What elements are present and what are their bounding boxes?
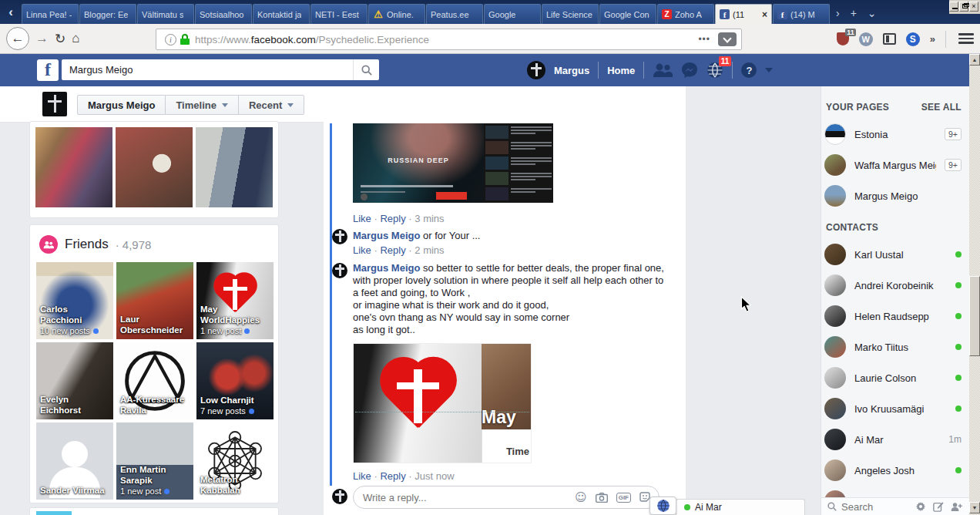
contact-row[interactable]: Angeles Josh bbox=[821, 455, 969, 486]
pocket-icon[interactable] bbox=[718, 32, 737, 46]
scroll-up-icon[interactable]: ▲ bbox=[969, 54, 980, 66]
profile-thumbnail[interactable] bbox=[42, 92, 67, 116]
browser-tab[interactable]: Sotsiaalhoo bbox=[195, 4, 252, 24]
contact-row[interactable]: Ivo Kruusamägi bbox=[821, 393, 969, 424]
browser-tab[interactable]: f(14) M bbox=[773, 4, 830, 24]
browser-tab[interactable]: Peatus.ee bbox=[426, 4, 483, 24]
site-info-icon[interactable]: i bbox=[165, 34, 176, 45]
profile-link[interactable]: Margus bbox=[554, 65, 589, 76]
browser-tab[interactable]: Linna Pea! - bbox=[22, 4, 79, 24]
restore-button[interactable] bbox=[959, 2, 968, 12]
facebook-logo[interactable]: f bbox=[37, 59, 59, 81]
search-input[interactable] bbox=[62, 64, 353, 76]
home-link[interactable]: Home bbox=[607, 65, 635, 76]
browser-tab[interactable]: Google Con bbox=[599, 4, 656, 24]
notifications-icon[interactable]: 11 bbox=[706, 62, 723, 79]
back-button[interactable]: ← bbox=[6, 27, 29, 50]
friend-tile[interactable]: Laur Oberschneider bbox=[116, 262, 193, 339]
friends-title[interactable]: Friends bbox=[65, 237, 109, 252]
tab-scroll-left-button[interactable]: ‹ bbox=[0, 0, 22, 24]
browser-tab[interactable]: ⚠Online. bbox=[368, 4, 425, 24]
comment-attachment-video[interactable]: RUSSIAN DEEP bbox=[353, 123, 553, 203]
contact-row[interactable]: Marko Tiitus bbox=[821, 332, 969, 362]
friend-tile[interactable]: May WorldHappies1 new post bbox=[196, 262, 274, 339]
reply-composer[interactable]: ☺ GIF bbox=[353, 486, 659, 509]
profile-name-button[interactable]: Margus Meigo bbox=[77, 95, 166, 115]
friend-tile[interactable]: Metatron Kabbalah bbox=[196, 422, 274, 500]
messenger-icon[interactable] bbox=[681, 62, 698, 79]
emoji-icon[interactable]: ☺ bbox=[575, 490, 587, 504]
like-button[interactable]: Like bbox=[353, 213, 371, 224]
browser-tab[interactable]: Life Science bbox=[542, 4, 599, 24]
comment-timestamp[interactable]: 2 mins bbox=[414, 244, 444, 256]
page-thumbnail[interactable] bbox=[36, 511, 72, 515]
reload-button[interactable]: ↻ bbox=[55, 31, 65, 47]
browser-tab[interactable]: Blogger: Ee bbox=[79, 4, 136, 24]
scroll-down-icon[interactable]: ▼ bbox=[969, 502, 980, 513]
help-icon[interactable]: ? bbox=[741, 62, 757, 78]
new-message-icon[interactable] bbox=[933, 501, 944, 512]
s-extension-icon[interactable]: S bbox=[906, 32, 920, 46]
sort-dropdown[interactable]: Recent bbox=[239, 95, 304, 115]
scrollbar-thumb[interactable] bbox=[969, 276, 980, 356]
reply-button[interactable]: Reply bbox=[380, 470, 405, 482]
contact-row[interactable]: Andrei Korobeinik bbox=[821, 270, 969, 301]
reply-button[interactable]: Reply bbox=[380, 213, 405, 224]
browser-tab[interactable]: Google bbox=[484, 4, 541, 24]
browser-tab[interactable]: Vältimatu s bbox=[137, 4, 194, 24]
contact-row[interactable]: Karl Uustal bbox=[821, 239, 969, 270]
friend-tile[interactable]: Low Charnjit7 new posts bbox=[196, 342, 274, 419]
new-tab-button[interactable]: + bbox=[851, 7, 857, 19]
timeline-dropdown[interactable]: Timeline bbox=[166, 95, 239, 115]
chat-tab[interactable]: Ai Mar bbox=[676, 499, 805, 515]
adblock-icon[interactable]: 11 bbox=[837, 32, 849, 45]
like-button[interactable]: Like bbox=[353, 470, 371, 482]
friend-tile[interactable]: Enn Martin Sarapik1 new post bbox=[116, 422, 193, 500]
photo-thumbnail[interactable] bbox=[35, 127, 112, 207]
page-row[interactable]: Waffa Margus Meigo ...9+ bbox=[821, 150, 969, 180]
browser-tab[interactable]: Kontaktid ja bbox=[253, 4, 310, 24]
reply-input[interactable] bbox=[354, 492, 575, 503]
friend-tile[interactable]: Sander Viirmaa bbox=[36, 422, 113, 500]
contacts-search-input[interactable] bbox=[841, 501, 908, 513]
avatar[interactable] bbox=[527, 61, 545, 79]
friend-tile[interactable]: AA-Kuressaare Ravila bbox=[116, 342, 193, 419]
contact-row[interactable]: Laurie Colson bbox=[821, 362, 969, 393]
forward-button[interactable]: → bbox=[35, 31, 49, 46]
camera-icon[interactable] bbox=[596, 493, 608, 503]
see-all-link[interactable]: SEE ALL bbox=[921, 102, 962, 113]
friend-tile[interactable]: Carlos Pacchioni10 new posts bbox=[36, 262, 113, 339]
home-button[interactable]: ⌂ bbox=[72, 31, 79, 46]
like-button[interactable]: Like bbox=[353, 244, 371, 256]
friend-tile[interactable]: Evelyn Eichhorst bbox=[36, 342, 113, 419]
sticker-icon[interactable] bbox=[639, 492, 650, 503]
commenter-avatar[interactable] bbox=[332, 229, 347, 244]
menu-icon[interactable] bbox=[958, 31, 974, 46]
commenter-name[interactable]: Margus Meigo bbox=[353, 230, 420, 241]
tab-close-icon[interactable]: × bbox=[762, 9, 767, 20]
page-scrollbar[interactable]: ▲ ▼ bbox=[969, 54, 980, 515]
browser-tab[interactable]: NETI - Eest bbox=[310, 4, 368, 24]
friend-requests-icon[interactable] bbox=[653, 62, 673, 78]
browser-tab[interactable]: ZZoho A bbox=[657, 4, 714, 24]
search-button[interactable] bbox=[353, 59, 379, 80]
minimize-button[interactable] bbox=[949, 2, 958, 12]
toolbar-overflow-icon[interactable]: » bbox=[930, 33, 935, 45]
reply-button[interactable]: Reply bbox=[380, 244, 405, 256]
comment-attachment-image[interactable]: May Time bbox=[353, 343, 532, 463]
comment-timestamp[interactable]: 3 mins bbox=[414, 213, 444, 224]
comment-timestamp[interactable]: Just now bbox=[414, 470, 454, 482]
contact-row[interactable]: Ai Mar1m bbox=[821, 424, 969, 455]
w-extension-icon[interactable]: W bbox=[859, 32, 873, 46]
facebook-search[interactable] bbox=[62, 59, 379, 80]
gif-icon[interactable]: GIF bbox=[616, 493, 631, 503]
photo-thumbnail[interactable] bbox=[116, 127, 193, 207]
photo-thumbnail[interactable] bbox=[196, 127, 273, 207]
commenter-avatar[interactable] bbox=[332, 263, 347, 278]
add-friend-icon[interactable] bbox=[951, 502, 963, 512]
tab-list-button[interactable]: ⌄ bbox=[868, 7, 877, 19]
page-row[interactable]: Margus Meigo bbox=[821, 180, 969, 211]
settings-gear-icon[interactable] bbox=[915, 501, 926, 512]
globe-button[interactable] bbox=[649, 496, 676, 515]
browser-tab-active[interactable]: f(11× bbox=[715, 4, 772, 24]
